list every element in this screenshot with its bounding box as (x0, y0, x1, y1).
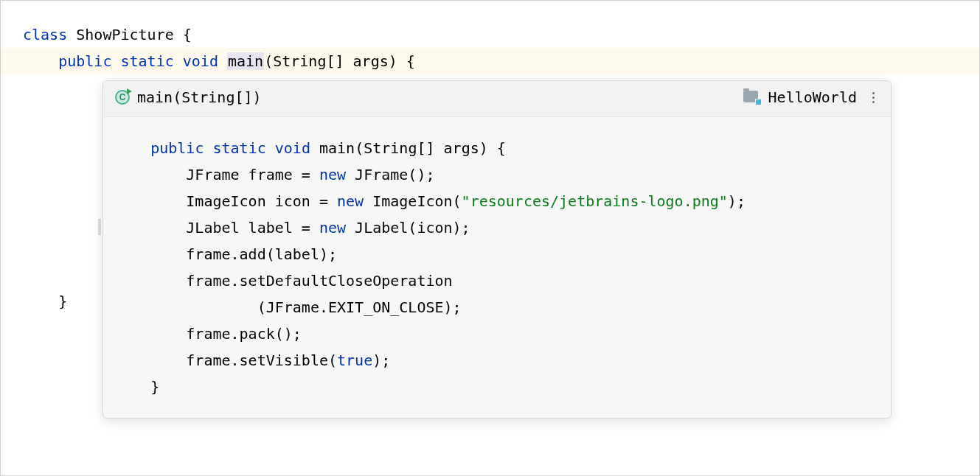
runnable-class-icon (115, 90, 130, 105)
keyword-public: public (58, 52, 111, 70)
brace-close: } (58, 293, 67, 310)
brace-close: } (150, 378, 159, 396)
keyword-public: public (150, 139, 204, 157)
keyword-void: void (275, 139, 310, 157)
popup-header-left: main(String[]) (115, 88, 262, 106)
string-literal: "resources/jetbrains-logo.png" (462, 192, 728, 210)
popup-code-line[interactable]: (JFrame.EXIT_ON_CLOSE); (115, 294, 891, 321)
keyword-true: true (337, 351, 372, 369)
code-line-1[interactable]: class ShowPicture { (1, 21, 979, 48)
usage-preview-popup: main(String[]) HelloWorld public static … (102, 80, 892, 419)
popup-code-line[interactable]: frame.setVisible(true); (115, 347, 891, 374)
popup-code-line[interactable]: ImageIcon icon = new ImageIcon("resource… (115, 188, 891, 214)
popup-body[interactable]: public static void main(String[] args) {… (103, 117, 891, 418)
keyword-static: static (212, 139, 265, 157)
popup-code-line[interactable]: JLabel label = new JLabel(icon); (115, 214, 891, 241)
keyword-void: void (183, 52, 218, 70)
popup-code-line[interactable]: frame.setDefaultCloseOperation (115, 267, 891, 294)
code-line-2[interactable]: public static void main(String[] args) { (1, 48, 979, 74)
keyword-new: new (319, 219, 346, 237)
popup-code-line[interactable]: JFrame frame = new JFrame(); (115, 161, 891, 188)
method-name-highlighted: main (227, 52, 264, 70)
method-params: (String[] args) { (264, 52, 415, 70)
gutter-marker (98, 219, 101, 235)
keyword-static: static (120, 52, 173, 70)
context-module-name: HelloWorld (768, 88, 857, 106)
more-options-icon[interactable] (866, 90, 880, 105)
popup-code-line[interactable]: public static void main(String[] args) { (115, 135, 891, 161)
brace-open: { (183, 26, 192, 43)
class-name: ShowPicture (67, 26, 183, 43)
popup-title: main(String[]) (137, 88, 262, 106)
keyword-new: new (337, 192, 364, 210)
popup-header: main(String[]) HelloWorld (103, 81, 891, 117)
keyword-class: class (23, 26, 67, 43)
popup-header-right: HelloWorld (743, 88, 880, 106)
keyword-new: new (319, 166, 346, 183)
popup-code-line[interactable]: } (115, 374, 891, 400)
module-icon (743, 91, 760, 104)
popup-code-line[interactable]: frame.pack(); (115, 321, 891, 347)
popup-code-line[interactable]: frame.add(label); (115, 241, 891, 267)
